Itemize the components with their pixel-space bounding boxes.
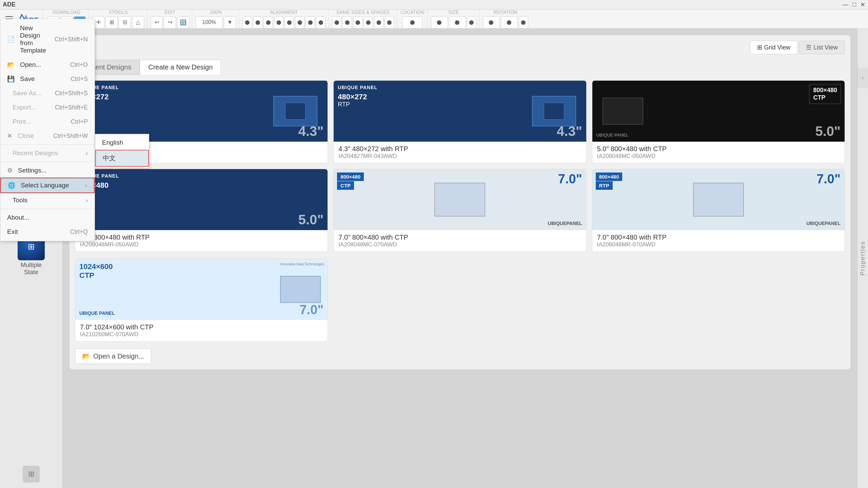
language-icon: 🌐 (8, 182, 15, 189)
menu-item-exit[interactable]: Exit Ctrl+Q (0, 225, 95, 239)
save-icon: 💾 (7, 75, 15, 83)
menu-overlay[interactable]: 📄 New Design from Template Ctrl+Shift+N … (0, 9, 868, 488)
maximize-button[interactable]: □ (852, 1, 856, 8)
open-icon: 📂 (7, 61, 15, 68)
hamburger-dropdown: 📄 New Design from Template Ctrl+Shift+N … (0, 19, 95, 241)
new-design-icon: 📄 (7, 36, 15, 43)
menu-separator-3 (0, 209, 95, 209)
title-bar: ADE — □ ✕ (0, 0, 868, 9)
menu-separator-2 (0, 162, 95, 162)
language-option-chinese[interactable]: 中文 (95, 150, 149, 167)
app-title: ADE (3, 1, 16, 8)
menu-item-recent-designs[interactable]: Recent Designs › (0, 146, 95, 160)
menu-item-select-language[interactable]: 🌐 Select Language › (0, 178, 95, 193)
menu-separator-1 (0, 144, 95, 145)
menu-item-new-design[interactable]: 📄 New Design from Template Ctrl+Shift+N (0, 21, 95, 58)
language-option-english[interactable]: English (95, 136, 149, 150)
language-arrow-icon: › (85, 182, 87, 189)
language-submenu: English 中文 (95, 134, 149, 168)
menu-item-tools[interactable]: Tools › (0, 193, 95, 207)
settings-icon: ⚙ (7, 167, 13, 174)
menu-item-print[interactable]: Print... Ctrl+P (0, 115, 95, 129)
menu-item-open[interactable]: 📂 Open... Ctrl+O (0, 58, 95, 72)
tools-arrow-icon: › (86, 197, 88, 204)
close-button[interactable]: ✕ (860, 1, 865, 8)
menu-item-save-as[interactable]: Save As... Ctrl+Shift+S (0, 86, 95, 100)
menu-item-export[interactable]: Export... Ctrl+Shift+E (0, 100, 95, 115)
recent-designs-arrow-icon: › (86, 149, 88, 157)
close-menu-icon: ✕ (7, 132, 12, 140)
minimize-button[interactable]: — (842, 1, 848, 8)
menu-item-about[interactable]: About... (0, 210, 95, 225)
menu-item-settings[interactable]: ⚙ Settings... (0, 163, 95, 178)
menu-item-save[interactable]: 💾 Save Ctrl+S (0, 72, 95, 86)
menu-item-close[interactable]: ✕ Close Ctrl+Shift+W (0, 129, 95, 143)
